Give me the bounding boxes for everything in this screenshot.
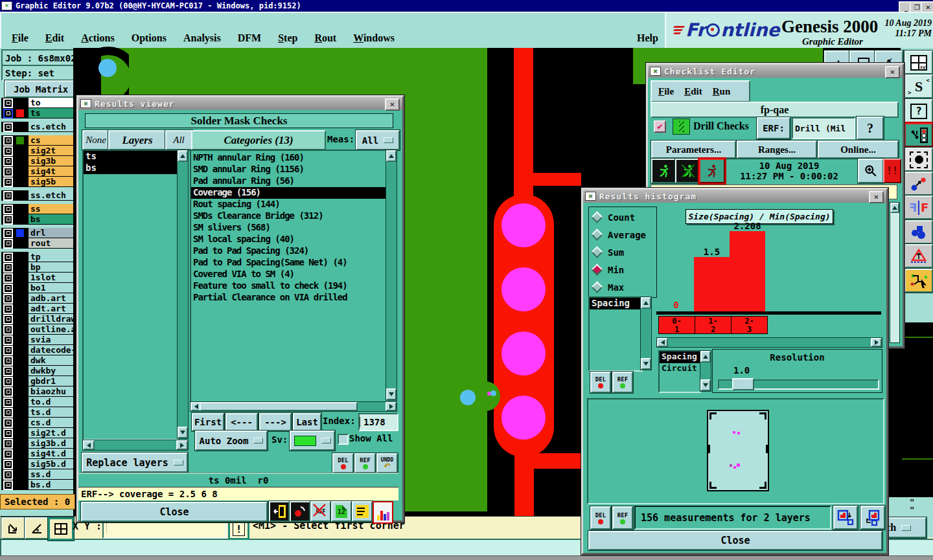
notes-button[interactable] (352, 501, 373, 522)
online-button[interactable]: Online... (818, 140, 899, 159)
prev-button[interactable]: <--- (225, 413, 258, 431)
results-viewer-titlebar[interactable]: ✕ Results viewer (78, 97, 402, 110)
category-item[interactable]: NPTH annular Ring (160) (191, 152, 387, 164)
run-check-button[interactable] (651, 159, 677, 183)
meas-dropdown[interactable]: All (356, 130, 400, 150)
layers-header-button[interactable]: Layers (108, 130, 167, 150)
last-button[interactable]: Last (293, 413, 321, 431)
histogram-button[interactable] (373, 501, 393, 524)
auto-zoom-dropdown[interactable]: Auto Zoom (195, 431, 268, 451)
category-item[interactable]: SM slivers (568) (191, 222, 387, 234)
alert-flag-button[interactable]: !! (883, 159, 901, 183)
menu-item[interactable]: Options (132, 32, 167, 44)
help-icon[interactable]: ? (904, 99, 933, 123)
stat-radio-option[interactable]: Sum (589, 243, 656, 261)
stat-radio-option[interactable]: Average (589, 226, 656, 243)
window-titlebar[interactable]: ✕ Graphic Editor 9.07b2 (00@HY-HYCAM-PC0… (0, 0, 933, 12)
stat-radio-option[interactable]: Count (589, 208, 656, 226)
menu-item[interactable]: Actions (81, 32, 115, 44)
measure-list-vscroll[interactable] (640, 297, 652, 370)
measure-dot-button[interactable] (290, 501, 310, 522)
layers-all-button[interactable]: All (165, 130, 192, 150)
menu-item[interactable]: Rout (314, 32, 336, 44)
menu-item[interactable]: DFM (238, 32, 261, 44)
measure-type-item[interactable]: Spacing (590, 298, 641, 309)
resolution-slider-thumb[interactable] (732, 378, 754, 390)
histogram-close-icon[interactable]: ✕ (869, 191, 884, 203)
checklist-scrollbar[interactable] (890, 202, 900, 343)
category-item[interactable]: SMDs Clearance Bridge (312) (191, 210, 387, 222)
pad-select-icon[interactable] (904, 148, 933, 172)
bin-cell[interactable]: 1- 2 (695, 316, 731, 334)
index-input[interactable]: 1378 (358, 413, 398, 431)
categories-vscroll[interactable] (386, 150, 397, 401)
stat-radio-option[interactable]: Max (589, 278, 656, 296)
sv-color-dropdown[interactable] (290, 431, 335, 451)
category-item[interactable]: Pad to Pad Spacing(Same Net) (4) (191, 257, 387, 269)
bin-cell[interactable]: 2- 3 (731, 316, 768, 334)
category-item[interactable]: Covered VIA to SM (4) (191, 269, 387, 280)
first-button[interactable]: First (192, 413, 224, 431)
next-button[interactable]: ---> (259, 413, 292, 431)
viewer-layer-item[interactable]: bs (84, 162, 177, 174)
axis-list-item[interactable]: Spacing (660, 352, 700, 363)
reference-measure-button[interactable]: REF (354, 453, 376, 473)
checklist-menu-item[interactable]: Run (713, 86, 731, 97)
axis-list[interactable]: Spacing Circuit (658, 350, 701, 393)
histogram-del-button-2[interactable]: DEL (590, 506, 611, 530)
measure-type-list[interactable]: Spacing (588, 297, 643, 372)
erf-button[interactable]: ERF: (757, 117, 790, 139)
parameters-button[interactable]: Parameters... (651, 140, 736, 159)
height-arrow-icon[interactable] (904, 244, 933, 268)
exit-door-button[interactable] (269, 501, 290, 522)
menu-item[interactable]: File (12, 32, 29, 44)
viewer-layers-list[interactable]: ts bs (82, 150, 178, 440)
categories-hscroll[interactable] (190, 401, 397, 412)
axis-list-item[interactable]: Circuit (660, 363, 700, 375)
results-viewer-close-icon[interactable]: ✕ (385, 98, 400, 111)
menu-item-help[interactable]: Help (637, 32, 658, 44)
undo-button[interactable]: UNDO ↶ (376, 453, 398, 473)
measure-points-icon[interactable] (904, 172, 933, 196)
menu-item[interactable]: Analysis (183, 32, 221, 44)
histogram-close-button[interactable]: Close (588, 531, 882, 550)
menu-item[interactable]: Step (278, 32, 297, 44)
export-histogram-button[interactable] (833, 506, 858, 530)
layers-none-button[interactable]: None (82, 130, 109, 150)
checklist-menu-item[interactable]: Edit (684, 86, 702, 97)
show-all-checkbox[interactable] (338, 434, 349, 445)
chart-hscroll[interactable] (656, 337, 882, 348)
category-item[interactable]: Coverage (156) (191, 187, 387, 199)
xy-window-icon[interactable]: xy (904, 50, 933, 74)
menu-item[interactable]: Windows (353, 32, 395, 44)
viewer-layers-hscroll[interactable] (82, 440, 189, 451)
viewer-layer-item[interactable]: ts (84, 151, 177, 162)
ranges-button[interactable]: Ranges... (737, 140, 817, 159)
results-viewer-close-button[interactable]: Close (81, 502, 268, 522)
bin-cell[interactable]: 0- 1 (658, 316, 695, 334)
delete-measure-button[interactable]: DEL (332, 453, 354, 473)
axis-list-vscroll[interactable] (700, 350, 711, 392)
net-cursor-icon[interactable] (904, 269, 933, 293)
category-item[interactable]: Partial Clearance on VIA drilled (191, 292, 387, 304)
checklist-titlebar[interactable]: ✕ Checklist Editor (648, 65, 903, 78)
run-stop-button[interactable] (699, 159, 725, 183)
histogram-ref-button-2[interactable]: REF (612, 506, 633, 530)
grid-toggle-button[interactable] (48, 517, 74, 541)
page-12-button[interactable]: 12 (331, 501, 352, 522)
category-item[interactable]: Feature too small to check (194) (191, 280, 387, 292)
replace-layers-dropdown[interactable]: Replace layers (82, 453, 188, 473)
serpentine-route-icon[interactable]: S < > (904, 74, 933, 98)
viewer-layers-vscroll[interactable] (177, 150, 189, 439)
board-preview-panel[interactable] (587, 398, 884, 504)
ref-off-button[interactable]: REF (310, 501, 331, 522)
run-cancel-button[interactable] (675, 159, 701, 183)
category-item[interactable]: SM local spacing (40) (191, 234, 387, 245)
erf-input[interactable]: Drill (Mil (792, 117, 855, 139)
measure-angle-button[interactable]: α (25, 517, 49, 539)
shapes-icon[interactable] (904, 220, 933, 244)
category-item[interactable]: Rout spacing (144) (191, 199, 387, 210)
histogram-ref-button[interactable]: REF (612, 372, 633, 393)
import-histogram-button[interactable] (860, 506, 885, 530)
category-item[interactable]: Pad to Pad Spacing (324) (191, 245, 387, 257)
